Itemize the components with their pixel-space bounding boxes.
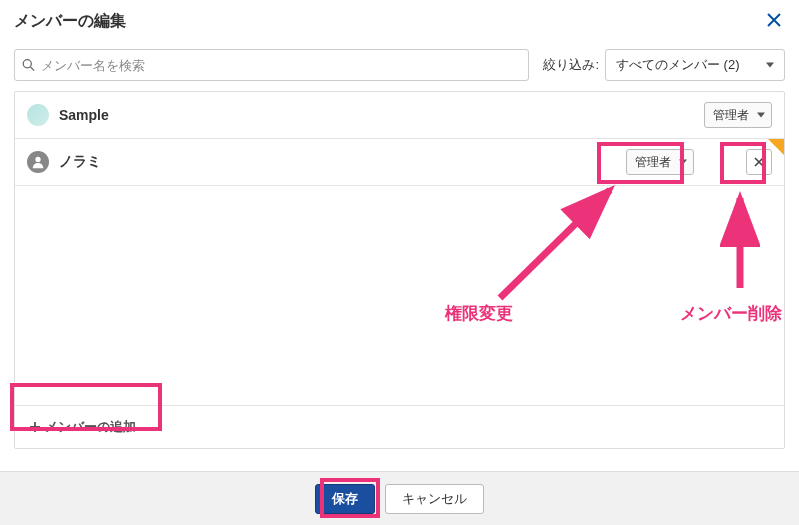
dialog-title: メンバーの編集: [14, 11, 763, 32]
cancel-button[interactable]: キャンセル: [385, 484, 484, 514]
chevron-down-icon: [679, 160, 687, 165]
search-input[interactable]: [14, 49, 529, 81]
dialog-footer: 保存 キャンセル: [0, 471, 799, 525]
filter-label: 絞り込み:: [543, 56, 599, 74]
chevron-down-icon: [757, 113, 765, 118]
close-button[interactable]: [763, 10, 785, 32]
add-member-row: メンバーの追加: [15, 405, 784, 448]
gap: [0, 449, 799, 471]
search-icon: [22, 59, 35, 72]
person-icon: [31, 155, 45, 169]
dialog-header: メンバーの編集: [0, 0, 799, 41]
toolbar: 絞り込み: すべてのメンバー (2): [0, 41, 799, 91]
add-member-button[interactable]: メンバーの追加: [15, 406, 150, 448]
role-select[interactable]: 管理者: [704, 102, 772, 128]
save-button[interactable]: 保存: [315, 484, 375, 514]
svg-point-0: [23, 60, 31, 68]
member-row: ノラミ 管理者: [15, 139, 784, 186]
list-spacer: [15, 186, 784, 405]
filter-select[interactable]: すべてのメンバー (2): [605, 49, 785, 81]
role-value: 管理者: [713, 107, 749, 124]
member-name: Sample: [59, 107, 704, 123]
member-name: ノラミ: [59, 153, 626, 171]
close-icon: [754, 157, 764, 167]
svg-point-2: [35, 157, 40, 162]
filter-value: すべてのメンバー (2): [616, 56, 740, 74]
member-row: Sample 管理者: [15, 92, 784, 139]
corner-tag-icon: [768, 139, 784, 155]
avatar: [27, 104, 49, 126]
member-list: Sample 管理者 ノラミ 管理者 メンバーの追加: [14, 91, 785, 449]
role-select[interactable]: 管理者: [626, 149, 694, 175]
add-member-label: メンバーの追加: [45, 418, 136, 436]
svg-line-1: [31, 67, 35, 71]
role-value: 管理者: [635, 154, 671, 171]
plus-icon: [29, 421, 41, 433]
close-icon: [767, 13, 781, 27]
chevron-down-icon: [766, 63, 774, 68]
search-wrap: [14, 49, 529, 81]
avatar: [27, 151, 49, 173]
